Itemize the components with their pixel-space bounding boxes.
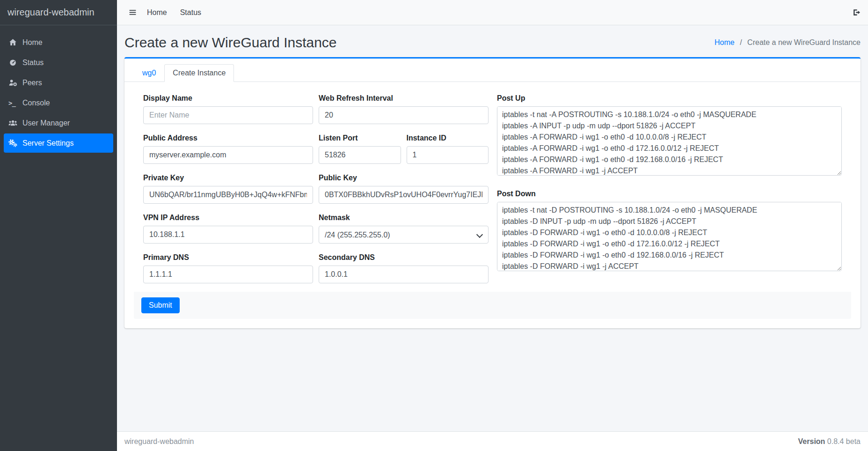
card-body: Display Name Web Refresh Interval — [124, 82, 861, 328]
home-icon — [8, 38, 22, 46]
secondary-dns-input[interactable] — [319, 266, 489, 283]
menu-toggle-button[interactable] — [124, 5, 140, 21]
sign-out-icon — [852, 8, 861, 16]
sidebar-item-server-settings[interactable]: Server Settings — [4, 133, 113, 153]
display-name-label: Display Name — [143, 94, 313, 103]
footer-version-value: 0.8.4 beta — [827, 437, 861, 445]
card-wrapper: wg0 Create Instance Display Name — [117, 57, 868, 328]
post-down-label: Post Down — [497, 190, 842, 198]
primary-dns-label: Primary DNS — [143, 253, 313, 262]
sidebar-item-label: Home — [22, 38, 43, 47]
breadcrumb-current: Create a new WireGuard Instance — [747, 38, 861, 46]
footer-version: Version 0.8.4 beta — [798, 437, 861, 446]
footer-brand: wireguard-webadmin — [124, 437, 194, 446]
netmask-select-wrapper: /24 (255.255.255.0) — [319, 226, 489, 244]
gauge-icon — [8, 59, 22, 67]
field-primary-dns: Primary DNS — [143, 253, 313, 283]
breadcrumb: Home / Create a new WireGuard Instance — [715, 38, 861, 47]
public-address-input[interactable] — [143, 146, 313, 164]
web-refresh-interval-label: Web Refresh Interval — [319, 94, 489, 103]
public-key-label: Public Key — [319, 174, 489, 182]
field-public-address: Public Address — [143, 134, 313, 164]
brand-title[interactable]: wireguard-webadmin — [0, 0, 117, 25]
sidebar-item-peers[interactable]: Peers — [4, 73, 113, 92]
listen-port-label: Listen Port — [319, 134, 401, 142]
private-key-input[interactable] — [143, 186, 313, 204]
content-header: Create a new WireGuard Instance Home / C… — [117, 25, 868, 57]
instance-id-label: Instance ID — [407, 134, 489, 142]
instance-id-input[interactable] — [407, 146, 489, 164]
page-footer: wireguard-webadmin Version 0.8.4 beta — [117, 431, 868, 451]
logout-button[interactable] — [852, 8, 861, 16]
sidebar-item-label: Status — [22, 59, 44, 67]
sidebar-item-user-manager[interactable]: User Manager — [4, 113, 113, 133]
field-netmask: Netmask /24 (255.255.255.0) — [319, 214, 489, 244]
sidebar: wireguard-webadmin Home Status Peers — [0, 0, 117, 451]
field-private-key: Private Key — [143, 174, 313, 204]
field-post-down: Post Down iptables -t nat -D POSTROUTING… — [497, 190, 842, 273]
field-secondary-dns: Secondary DNS — [319, 253, 489, 283]
topnav-link-home[interactable]: Home — [140, 8, 174, 17]
sidebar-item-console[interactable]: >_ Console — [4, 93, 113, 112]
tab-wg0[interactable]: wg0 — [134, 64, 164, 82]
footer-version-label: Version — [798, 437, 825, 445]
web-refresh-interval-input[interactable] — [319, 106, 489, 124]
form-footer: Submit — [134, 292, 851, 319]
sidebar-item-label: User Manager — [22, 119, 70, 127]
breadcrumb-separator: / — [740, 38, 742, 46]
netmask-label: Netmask — [319, 214, 489, 222]
sidebar-item-label: Console — [22, 99, 50, 107]
users-icon — [8, 119, 22, 127]
netmask-select[interactable]: /24 (255.255.255.0) — [319, 226, 489, 244]
tab-create-instance[interactable]: Create Instance — [164, 64, 234, 82]
field-web-refresh-interval: Web Refresh Interval — [319, 94, 489, 124]
bars-icon — [129, 8, 137, 16]
field-instance-id: Instance ID — [407, 134, 489, 164]
sidebar-item-home[interactable]: Home — [4, 33, 113, 52]
sidebar-item-status[interactable]: Status — [4, 53, 113, 72]
users-gear-icon — [8, 79, 22, 87]
breadcrumb-home-link[interactable]: Home — [715, 38, 735, 46]
content-area: Create a new WireGuard Instance Home / C… — [117, 25, 868, 431]
top-navbar: Home Status — [117, 0, 868, 25]
submit-button[interactable]: Submit — [141, 297, 180, 313]
field-listen-port: Listen Port — [319, 134, 401, 164]
private-key-label: Private Key — [143, 174, 313, 182]
sidebar-item-label: Peers — [22, 79, 42, 87]
instance-card: wg0 Create Instance Display Name — [124, 57, 861, 328]
topnav-link-status[interactable]: Status — [174, 8, 208, 17]
post-down-textarea[interactable]: iptables -t nat -D POSTROUTING -s 10.188… — [497, 202, 842, 271]
field-post-up: Post Up iptables -t nat -A POSTROUTING -… — [497, 94, 842, 177]
vpn-ip-address-input[interactable] — [143, 226, 313, 244]
instance-form: Display Name Web Refresh Interval — [134, 94, 851, 283]
page-title: Create a new WireGuard Instance — [124, 35, 337, 51]
post-up-label: Post Up — [497, 94, 842, 103]
primary-dns-input[interactable] — [143, 266, 313, 283]
sidebar-item-label: Server Settings — [22, 139, 73, 148]
public-key-input[interactable] — [319, 186, 489, 204]
field-vpn-ip-address: VPN IP Address — [143, 214, 313, 244]
gears-icon — [8, 139, 22, 147]
sidebar-nav: Home Status Peers >_ Console — [0, 25, 117, 154]
main-area: Home Status Create a new WireGuard Insta… — [117, 0, 868, 451]
app-window: wireguard-webadmin Home Status Peers — [0, 0, 868, 451]
secondary-dns-label: Secondary DNS — [319, 253, 489, 262]
field-display-name: Display Name — [143, 94, 313, 124]
form-right-column: Post Up iptables -t nat -A POSTROUTING -… — [497, 94, 842, 283]
public-address-label: Public Address — [143, 134, 313, 142]
field-public-key: Public Key — [319, 174, 489, 204]
form-left-columns: Display Name Web Refresh Interval — [143, 94, 489, 283]
display-name-input[interactable] — [143, 106, 313, 124]
instance-tabs: wg0 Create Instance — [124, 59, 861, 82]
listen-port-input[interactable] — [319, 146, 401, 164]
terminal-icon: >_ — [8, 99, 22, 107]
post-up-textarea[interactable]: iptables -t nat -A POSTROUTING -s 10.188… — [497, 106, 842, 176]
vpn-ip-address-label: VPN IP Address — [143, 214, 313, 222]
